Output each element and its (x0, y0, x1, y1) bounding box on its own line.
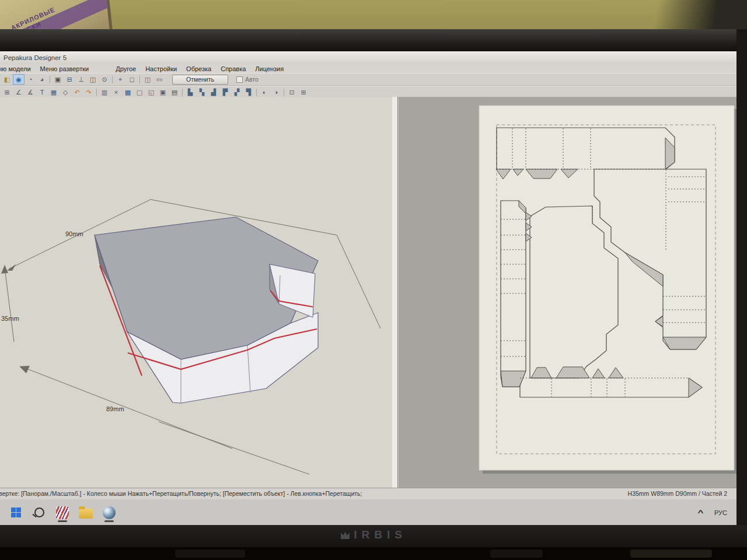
text-tool-icon[interactable]: T (36, 87, 48, 97)
running-indicator (104, 520, 114, 522)
select-box-icon[interactable]: ◻ (126, 74, 138, 85)
menu-unfold[interactable]: Меню развертки (40, 65, 89, 72)
browser-button[interactable] (99, 503, 119, 523)
toolbar-separator (284, 89, 284, 96)
menu-bar: ню модели Меню развертки Другое Настройк… (0, 64, 736, 73)
menu-settings[interactable]: Настройки (145, 65, 177, 72)
angle-measure-icon[interactable]: ∠ (13, 87, 25, 97)
main-area: 90mm 35mm 89mm (0, 97, 736, 488)
box-primitive-icon[interactable]: ▣ (52, 74, 64, 85)
rotate-view-icon[interactable]: ◉ (13, 74, 25, 85)
auto-checkbox-label: Авто (245, 76, 259, 83)
model-info: H35mm W89mm D90mm / Частей 2 (628, 490, 727, 499)
dimension-width-label: 89mm (106, 405, 124, 412)
toolbar-separator (139, 76, 140, 83)
image-tool-icon[interactable]: ▦ (48, 87, 60, 97)
undo-icon[interactable]: ↶ (71, 87, 83, 97)
single-pane-view-icon[interactable]: ▭ (153, 74, 165, 85)
select-frame-icon[interactable]: ⊡ (286, 87, 298, 97)
transform-icon[interactable]: ⊞ (1, 87, 13, 97)
menu-license[interactable]: Лицензия (255, 65, 284, 72)
select-all-icon[interactable]: ⊞ (298, 87, 309, 97)
align-center-icon[interactable]: ▚ (196, 87, 208, 97)
align-middle-icon[interactable]: ▞ (231, 87, 243, 97)
toolbar-separator (256, 89, 257, 96)
redo-icon[interactable]: ↷ (83, 87, 95, 97)
angle-edit-icon[interactable]: ∡ (25, 87, 36, 97)
running-indicator (58, 520, 67, 522)
cancel-button[interactable]: Отменить (172, 75, 228, 85)
search-icon (34, 508, 44, 517)
pane-splitter[interactable] (392, 97, 398, 488)
page-sheet (479, 106, 734, 470)
menu-help[interactable]: Справка (221, 65, 246, 72)
status-bar: вертке: [Панорам./Масштаб.] - Колесо мыш… (0, 488, 736, 499)
window-titlebar[interactable]: Pepakura Designer 5 (0, 52, 736, 64)
select-area-icon[interactable]: ⌖ (114, 74, 126, 85)
pan-view-icon[interactable]: ◔ (25, 74, 36, 85)
desk-object (490, 550, 543, 558)
texture-panel-icon[interactable]: ◫ (87, 74, 99, 85)
tray-chevron-icon[interactable]: ^ (698, 509, 704, 517)
two-pane-view-icon[interactable]: ◫ (142, 74, 153, 85)
folder-icon (79, 509, 93, 519)
taskbar-tray: ^ РУС (699, 509, 727, 517)
check-parts-icon[interactable]: ⊙ (99, 74, 110, 85)
desk-area (0, 547, 747, 560)
joint-tool-icon[interactable]: ⊥ (75, 74, 87, 85)
book-view-icon[interactable]: ▥ (99, 87, 110, 97)
rotate-left-icon[interactable]: ◐ (259, 87, 270, 97)
zoom-view-icon[interactable]: ◕ (36, 74, 48, 85)
menu-other[interactable]: Другое (116, 65, 136, 72)
toolbar-separator (182, 89, 183, 96)
dimension-height-label: 35mm (1, 315, 19, 322)
monitor-brand: IRBIS (0, 528, 747, 541)
toolbar-row-1: ◧ ◉ ◔ ◕ ▣ ⊟ ⊥ ◫ ⊙ ⌖ ◻ ◫ ▭ Отменить Авто (0, 73, 736, 86)
auto-checkbox[interactable]: Авто (236, 76, 259, 83)
clipboard-icon[interactable]: ▣ (157, 87, 169, 97)
desk-object (630, 550, 712, 558)
model-3d-drawing: 90mm 35mm 89mm (0, 97, 392, 488)
cylinder-primitive-icon[interactable]: ⊟ (64, 74, 75, 85)
align-bottom-icon[interactable]: ▜ (243, 87, 254, 97)
monitor-screen: Pepakura Designer 5 ню модели Меню разве… (0, 51, 736, 526)
brand-text: IRBIS (354, 528, 407, 541)
monitor-bezel-top (0, 29, 747, 51)
unfold-pattern-drawing (399, 97, 736, 488)
delete-part-icon[interactable]: × (110, 87, 122, 97)
viewport-2d-unfold[interactable] (399, 97, 736, 488)
toolbar-separator (50, 76, 50, 83)
page-setup-icon[interactable]: ◱ (145, 87, 157, 97)
windows-taskbar: ^ РУС (0, 499, 736, 526)
window-title: Pepakura Designer 5 (4, 54, 67, 61)
dimension-depth-label: 90mm (65, 230, 83, 237)
align-right-icon[interactable]: ▟ (208, 87, 219, 97)
pepakura-app-button[interactable] (53, 503, 72, 523)
rotate-right-icon[interactable]: ◑ (270, 87, 282, 97)
language-indicator[interactable]: РУС (714, 509, 727, 516)
search-button[interactable] (29, 503, 49, 523)
menu-model[interactable]: ню модели (0, 65, 31, 72)
model-box-icon[interactable]: ◇ (60, 87, 71, 97)
new-page-icon[interactable]: ▢ (134, 87, 145, 97)
start-button[interactable] (6, 503, 26, 523)
align-top-icon[interactable]: ▛ (219, 87, 231, 97)
irbis-logo-icon (340, 531, 350, 540)
arrange-parts-icon[interactable]: ▩ (122, 87, 134, 97)
desk-object (175, 550, 245, 558)
status-hint: вертке: [Панорам./Масштаб.] - Колесо мыш… (0, 490, 362, 499)
viewport-3d[interactable]: 90mm 35mm 89mm (0, 97, 392, 488)
windows-logo-icon (11, 508, 21, 517)
globe-app-icon (103, 506, 116, 519)
menu-trim[interactable]: Обрезка (186, 65, 211, 72)
file-explorer-button[interactable] (76, 503, 96, 523)
toolbar-separator (96, 89, 97, 96)
print-icon[interactable]: ▤ (169, 87, 180, 97)
auto-checkbox-box[interactable] (236, 76, 243, 83)
toolbar-separator (112, 76, 113, 83)
select-edge-icon[interactable]: ◧ (1, 74, 13, 85)
striped-app-icon (56, 506, 69, 519)
monitor-bezel-right (736, 29, 747, 547)
align-left-icon[interactable]: ▙ (184, 87, 196, 97)
